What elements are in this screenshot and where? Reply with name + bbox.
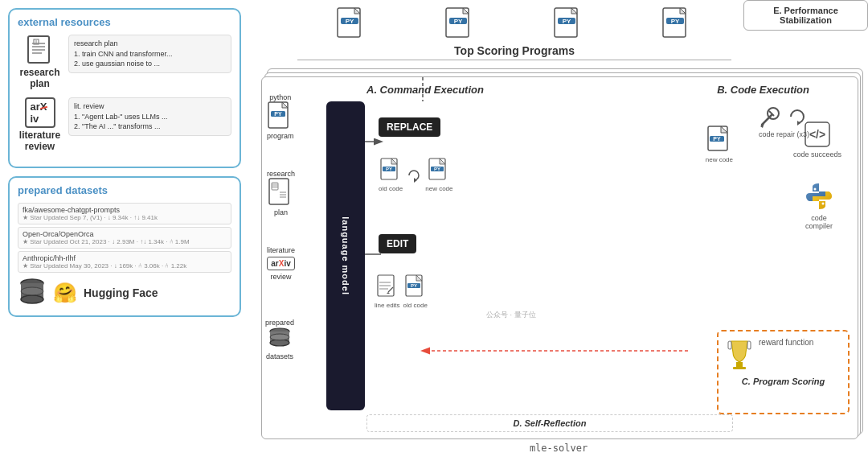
arxiv-icon: arXiv — [25, 97, 55, 128]
literature-item: arXiv literaturereview lit. review 1. "A… — [18, 97, 231, 152]
top-scoring-programs-label: Top Scoring Programs — [297, 44, 731, 60]
right-panel: E. PerformanceStabilization PY PY PY — [249, 0, 868, 457]
hugging-face-emoji: 🤗 — [53, 282, 77, 304]
svg-point-74 — [814, 188, 817, 191]
svg-text:PY: PY — [670, 18, 679, 25]
svg-point-10 — [21, 295, 43, 303]
literature-review-section: literature arXiv review — [267, 246, 295, 281]
edit-button[interactable]: EDIT — [379, 234, 416, 253]
section-c-label: C. Program Scoring — [719, 377, 848, 386]
dataset1-row: fka/awesome-chatgpt-prompts ★ Star Updat… — [18, 203, 231, 224]
py-file-3: PY — [553, 6, 585, 42]
perf-stab-label: E. PerformanceStabilization — [773, 6, 838, 25]
svg-point-11 — [21, 287, 43, 295]
external-resources-title: external resources — [18, 16, 231, 28]
svg-rect-76 — [736, 362, 743, 367]
research-label: researchplan — [18, 67, 62, 89]
svg-text:PY: PY — [434, 167, 440, 171]
replace-button[interactable]: REPLACE — [379, 117, 440, 137]
svg-text:PY: PY — [386, 167, 392, 171]
dataset3-row: Anthropic/hh-rlhf ★ Star Updated May 30,… — [18, 251, 231, 273]
section-b-label: B. Code Execution — [717, 84, 809, 96]
svg-rect-77 — [733, 367, 746, 369]
hugging-face-label: Hugging Face — [84, 286, 158, 299]
perf-stab-box: E. PerformanceStabilization — [743, 0, 868, 31]
left-panel: external resources — [0, 0, 249, 457]
svg-text:PY: PY — [345, 18, 354, 25]
py-file-1: PY — [336, 6, 368, 42]
external-resources-box: external resources — [8, 8, 241, 168]
research-plan-section: research plan — [267, 170, 295, 216]
code-compiler-section: code compiler — [805, 182, 833, 230]
literature-label: literaturereview — [18, 130, 62, 152]
section-a-label: A. Command Execution — [366, 84, 484, 96]
prepared-datasets-title: prepared datasets — [18, 184, 231, 196]
svg-point-43 — [270, 334, 289, 340]
svg-text:PY: PY — [453, 18, 462, 25]
mle-solver-label: mle-solver — [530, 443, 588, 454]
py-files-row: PY PY PY PY — [297, 6, 731, 42]
research-text: research plan 1. train CNN and transform… — [68, 35, 231, 73]
svg-text:PY: PY — [411, 283, 417, 288]
program-scoring-box: reward function C. Program Scoring — [717, 330, 850, 414]
py-file-4: PY — [661, 6, 694, 42]
svg-text:PY: PY — [562, 18, 571, 25]
svg-text:PY: PY — [274, 111, 282, 117]
main-container: external resources — [0, 0, 868, 457]
svg-rect-79 — [747, 341, 751, 349]
literature-text: lit. review 1. "Agent Lab-" uses LLMs ..… — [68, 97, 231, 136]
hugging-face-section: 🤗 Hugging Face — [18, 277, 231, 309]
prepared-datasets-box: prepared datasets fka/awesome-chatgpt-pr… — [8, 176, 241, 317]
python-program-section: python PY program — [267, 93, 294, 140]
code-succeeds-section: </> code succeeds — [793, 121, 841, 159]
research-icon — [25, 35, 55, 65]
replace-code-area: PY old code PY new code — [379, 158, 453, 192]
dataset2-row: Open-Orca/OpenOrca ★ Star Updated Oct 21… — [18, 227, 231, 249]
research-item: researchplan research plan 1. train CNN … — [18, 35, 231, 89]
new-code-output: PY new code — [706, 126, 733, 163]
section-d-label: D. Self-Reflection — [366, 414, 733, 432]
svg-line-67 — [762, 115, 772, 125]
py-file-2: PY — [444, 6, 477, 42]
svg-rect-78 — [728, 341, 731, 349]
edit-code-area: line edits PY old code — [375, 274, 428, 309]
svg-point-68 — [768, 108, 779, 119]
svg-point-75 — [822, 203, 825, 205]
prepared-datasets-section: prepared datasets — [265, 319, 294, 360]
watermark-label: 公众号 · 量子位 — [486, 310, 536, 320]
svg-marker-48 — [414, 178, 417, 183]
language-model-block: language model — [326, 101, 365, 410]
svg-text:PY: PY — [713, 136, 721, 142]
svg-text:</>: </> — [809, 128, 825, 141]
